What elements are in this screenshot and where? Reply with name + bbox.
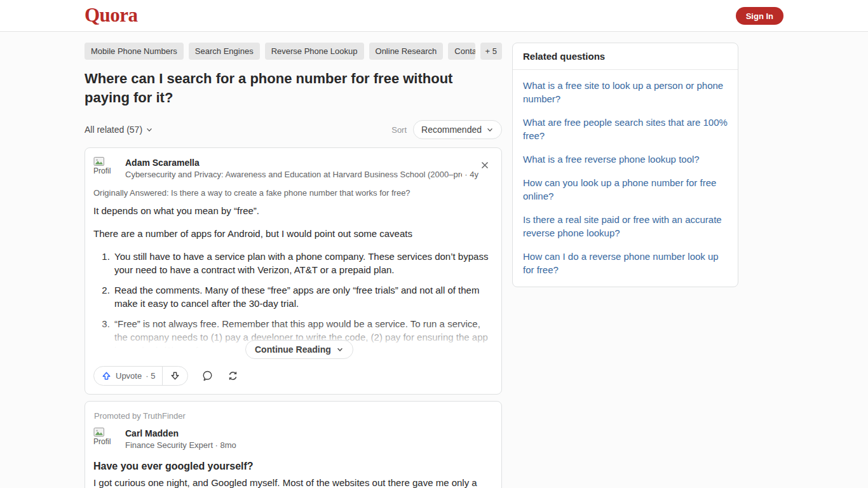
author-credential-row: Cybersecurity and Privacy: Awareness and… <box>125 170 478 179</box>
downvote-button[interactable] <box>163 367 187 385</box>
promoted-answer-card: Promoted by TruthFinder Profil Carl Madd… <box>85 401 502 488</box>
answer-list-item: You still have to have a service plan wi… <box>112 250 491 276</box>
promoted-post-body: I got curious one night, and Googled mys… <box>93 476 491 488</box>
top-navigation-bar: Quora Sign In <box>0 0 868 32</box>
related-questions-card: Related questions What is a free site to… <box>512 43 738 287</box>
author-credential: Cybersecurity and Privacy: Awareness and… <box>125 170 462 179</box>
question-title: Where can I search for a phone number fo… <box>85 69 491 107</box>
sort-control: Sort Recommended <box>391 120 502 139</box>
author-name[interactable]: Adam Scaramella <box>125 158 478 168</box>
vote-pill: Upvote · 5 <box>93 366 188 386</box>
avatar[interactable]: Profil <box>93 427 119 452</box>
broken-image-icon <box>93 156 105 166</box>
chevron-down-icon <box>486 126 494 133</box>
continue-reading-button[interactable]: Continue Reading <box>245 340 353 359</box>
related-questions-list: What is a free site to look up a person … <box>513 70 738 287</box>
broken-image-icon <box>93 427 105 437</box>
comment-icon <box>201 370 214 382</box>
answer-card: Profil Adam Scaramella Cybersecurity and… <box>85 147 502 395</box>
sort-value: Recommended <box>421 125 482 135</box>
answer-header: Profil Adam Scaramella Cybersecurity and… <box>93 156 491 182</box>
upvote-count: · 5 <box>146 371 155 381</box>
answer-timestamp[interactable]: · 4y <box>465 170 478 179</box>
answer-list-item: Read the comments. Many of these “free” … <box>112 283 491 310</box>
originally-answered-text: Originally Answered: Is there a way to c… <box>93 188 491 198</box>
page-content: Mobile Phone Numbers Search Engines Reve… <box>85 32 738 488</box>
author-credential: Finance Security Expert · 8mo <box>125 440 236 450</box>
related-questions-title: Related questions <box>513 43 738 70</box>
avatar-alt-text: Profil <box>93 437 119 446</box>
related-question-link[interactable]: Is there a real site paid or free with a… <box>523 213 728 240</box>
topic-tag[interactable]: Online Research <box>369 43 444 60</box>
avatar[interactable]: Profil <box>93 156 119 182</box>
related-question-link[interactable]: How can I do a reverse phone number look… <box>523 250 728 276</box>
filter-label: All related (57) <box>85 125 142 135</box>
share-button[interactable] <box>227 370 239 382</box>
chevron-down-icon <box>336 346 344 353</box>
related-question-link[interactable]: What is a free reverse phone lookup tool… <box>523 152 728 166</box>
main-column: Mobile Phone Numbers Search Engines Reve… <box>85 32 502 488</box>
sort-dropdown[interactable]: Recommended <box>413 120 502 139</box>
upvote-icon <box>101 370 112 381</box>
related-question-link[interactable]: What are free people search sites that a… <box>523 116 728 142</box>
downvote-icon <box>170 370 180 381</box>
all-related-filter[interactable]: All related (57) <box>85 125 153 135</box>
topic-tag[interactable]: Contact Numbers <box>448 43 475 60</box>
promoted-post-title[interactable]: Have you ever googled yourself? <box>93 461 491 472</box>
topic-tag[interactable]: Mobile Phone Numbers <box>85 43 184 60</box>
promoted-by-label: Promoted by TruthFinder <box>94 411 491 421</box>
avatar-alt-text: Profil <box>93 166 119 175</box>
answer-body: It depends on what you mean by “free”. T… <box>93 204 491 357</box>
chevron-down-icon <box>146 126 153 133</box>
dismiss-answer-button[interactable] <box>478 159 491 172</box>
answer-action-bar: Upvote · 5 <box>93 366 491 386</box>
upvote-button[interactable]: Upvote · 5 <box>94 367 162 385</box>
topic-tags-row: Mobile Phone Numbers Search Engines Reve… <box>85 43 502 60</box>
answers-controls-row: All related (57) Sort Recommended <box>85 120 502 139</box>
close-icon <box>478 159 491 172</box>
author-credential-row: Finance Security Expert · 8mo <box>125 440 491 450</box>
sort-label: Sort <box>391 125 407 135</box>
promoted-header: Profil Carl Madden Finance Security Expe… <box>93 427 491 452</box>
answer-paragraph: There are a number of apps for Android, … <box>93 227 491 240</box>
answer-paragraph: It depends on what you mean by “free”. <box>93 204 491 217</box>
topic-tag[interactable]: Reverse Phone Lookup <box>265 43 364 60</box>
author-block: Carl Madden Finance Security Expert · 8m… <box>125 427 491 450</box>
sidebar: Related questions What is a free site to… <box>512 43 738 488</box>
sign-in-button[interactable]: Sign In <box>736 7 783 25</box>
continue-reading-label: Continue Reading <box>255 344 331 355</box>
upvote-label: Upvote <box>116 371 142 381</box>
author-name[interactable]: Carl Madden <box>125 428 491 438</box>
more-topics-button[interactable]: + 5 <box>480 43 502 60</box>
topic-tag[interactable]: Search Engines <box>189 43 260 60</box>
related-question-link[interactable]: What is a free site to look up a person … <box>523 79 728 105</box>
related-question-link[interactable]: How can you look up a phone number for f… <box>523 176 728 203</box>
quora-logo[interactable]: Quora <box>85 4 138 27</box>
repost-share-icon <box>227 370 239 382</box>
author-block: Adam Scaramella Cybersecurity and Privac… <box>125 156 478 179</box>
comment-button[interactable] <box>201 370 214 382</box>
